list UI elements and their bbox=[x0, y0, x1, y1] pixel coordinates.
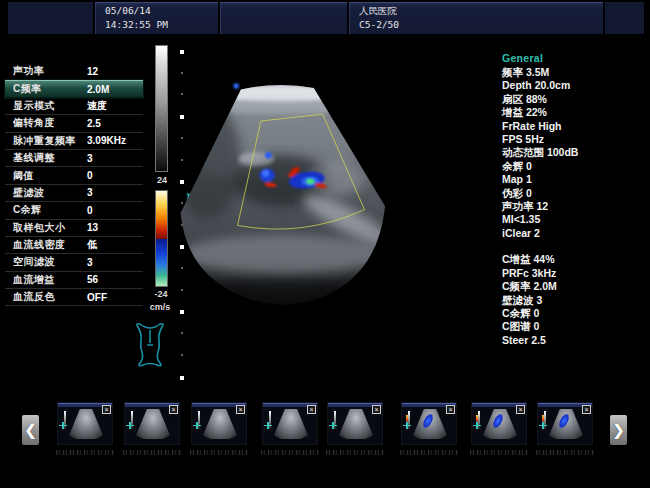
close-icon[interactable]: × bbox=[372, 405, 381, 414]
thumb-caption-noise bbox=[326, 450, 384, 455]
thumbnail-2[interactable]: × bbox=[192, 403, 246, 444]
thumb-ultrasound-image bbox=[69, 409, 103, 439]
close-icon[interactable]: × bbox=[582, 405, 591, 414]
param-label: 取样包大小 bbox=[13, 221, 87, 235]
sidebar-row-12[interactable]: 血流增益56 bbox=[5, 272, 143, 289]
close-icon[interactable]: × bbox=[169, 405, 178, 414]
thumbnail-4[interactable]: × bbox=[328, 403, 382, 444]
thumbnail-1[interactable]: × bbox=[125, 403, 179, 444]
info-line: 伪彩 0 bbox=[502, 187, 647, 200]
sidebar-row-8[interactable]: C余辉0 bbox=[5, 202, 143, 219]
thumb-marker-icon bbox=[473, 422, 481, 429]
ultrasound-image[interactable] bbox=[160, 38, 510, 388]
thumb-marker-icon bbox=[59, 422, 67, 429]
param-value: OFF bbox=[87, 292, 139, 303]
param-value: 低 bbox=[87, 238, 139, 252]
info-line: 增益 22% bbox=[502, 106, 647, 119]
thumb-caption-noise bbox=[190, 450, 248, 455]
thumb-ultrasound-image bbox=[136, 409, 170, 439]
info-line: FPS 5Hz bbox=[502, 133, 647, 146]
sidebar-row-2[interactable]: 显示模式速度 bbox=[5, 98, 143, 115]
thumb-ultrasound-image bbox=[274, 409, 308, 439]
info-line: Depth 20.0cm bbox=[502, 79, 647, 92]
param-label: 空间滤波 bbox=[13, 255, 87, 269]
thumb-ultrasound-image bbox=[203, 409, 237, 439]
close-icon[interactable]: × bbox=[236, 405, 245, 414]
close-icon[interactable]: × bbox=[446, 405, 455, 414]
info-line: 声功率 12 bbox=[502, 200, 647, 213]
info-line: 壁滤波 3 bbox=[502, 294, 647, 307]
param-label: C频率 bbox=[13, 82, 87, 96]
info-line: Steer 2.5 bbox=[502, 334, 647, 347]
sidebar-row-0[interactable]: 声功率12 bbox=[5, 63, 143, 80]
thumbnail-3[interactable]: × bbox=[263, 403, 317, 444]
hospital-block: 人民医院 C5-2/50 bbox=[349, 2, 603, 34]
info-line: 扇区 88% bbox=[502, 93, 647, 106]
close-icon[interactable]: × bbox=[516, 405, 525, 414]
ultrasound-app-screen: 05/06/14 14:32:55 PM 人民医院 C5-2/50 声功率12C… bbox=[0, 0, 650, 488]
info-line: C图谱 0 bbox=[502, 320, 647, 333]
sidebar-row-11[interactable]: 空间滤波3 bbox=[5, 254, 143, 271]
hospital-name: 人民医院 bbox=[359, 4, 603, 18]
sidebar-row-7[interactable]: 壁滤波3 bbox=[5, 185, 143, 202]
sidebar-row-6[interactable]: 阈值0 bbox=[5, 167, 143, 184]
chevron-left-icon: ❮ bbox=[24, 421, 37, 438]
thumbnail-7[interactable]: × bbox=[538, 403, 592, 444]
topbar-left-block bbox=[8, 2, 93, 34]
param-label: 血流线密度 bbox=[13, 238, 87, 252]
thumbnail-6[interactable]: × bbox=[472, 403, 526, 444]
param-value: 13 bbox=[87, 222, 139, 233]
sidebar-row-3[interactable]: 偏转角度2.5 bbox=[5, 115, 143, 132]
info-line: C余辉 0 bbox=[502, 307, 647, 320]
close-icon[interactable]: × bbox=[307, 405, 316, 414]
param-value: 3 bbox=[87, 187, 139, 198]
info-line: PRFc 3kHz bbox=[502, 267, 647, 280]
thumb-caption-noise bbox=[400, 450, 458, 455]
thumb-marker-icon bbox=[126, 422, 134, 429]
sidebar-row-13[interactable]: 血流反色OFF bbox=[5, 289, 143, 306]
thumb-marker-icon bbox=[193, 422, 201, 429]
next-thumbnails-button[interactable]: ❯ bbox=[610, 415, 627, 445]
prev-thumbnails-button[interactable]: ❮ bbox=[22, 415, 39, 445]
sidebar-row-4[interactable]: 脉冲重复频率3.09KHz bbox=[5, 133, 143, 150]
topbar-empty-block bbox=[220, 2, 347, 34]
info-line: 余辉 0 bbox=[502, 160, 647, 173]
thumbnail-5[interactable]: × bbox=[402, 403, 456, 444]
info-line: 动态范围 100dB bbox=[502, 146, 647, 159]
topbar-right-block bbox=[605, 2, 644, 34]
color-params: C增益 44%PRFc 3kHzC频率 2.0M壁滤波 3C余辉 0C图谱 0S… bbox=[502, 253, 647, 347]
thumb-caption-noise bbox=[536, 450, 594, 455]
date-text: 05/06/14 bbox=[105, 4, 218, 18]
sidebar-row-9[interactable]: 取样包大小13 bbox=[5, 220, 143, 237]
info-line: iClear 2 bbox=[502, 227, 647, 240]
param-label: 壁滤波 bbox=[13, 186, 87, 200]
thumbnail-0[interactable]: × bbox=[58, 403, 112, 444]
info-line: Map 1 bbox=[502, 173, 647, 186]
param-value: 0 bbox=[87, 170, 139, 181]
thumb-caption-noise bbox=[261, 450, 319, 455]
sidebar-row-5[interactable]: 基线调整3 bbox=[5, 150, 143, 167]
param-label: 声功率 bbox=[13, 64, 87, 78]
thumb-caption-noise bbox=[123, 450, 181, 455]
bmode-params: 频率 3.5MDepth 20.0cm扇区 88%增益 22%FrRate Hi… bbox=[502, 66, 647, 240]
param-label: 脉冲重复频率 bbox=[13, 134, 87, 148]
param-value: 0 bbox=[87, 205, 139, 216]
sidebar-row-10[interactable]: 血流线密度低 bbox=[5, 237, 143, 254]
sidebar-row-1[interactable]: C频率2.0M bbox=[5, 80, 143, 97]
thumb-marker-icon bbox=[403, 422, 411, 429]
thumb-caption-noise bbox=[470, 450, 528, 455]
probe-model: C5-2/50 bbox=[359, 18, 603, 32]
param-label: 偏转角度 bbox=[13, 116, 87, 130]
param-label: 血流反色 bbox=[13, 290, 87, 304]
param-value: 2.0M bbox=[87, 84, 139, 95]
param-value: 3 bbox=[87, 257, 139, 268]
info-line: C频率 2.0M bbox=[502, 280, 647, 293]
close-icon[interactable]: × bbox=[102, 405, 111, 414]
param-label: 阈值 bbox=[13, 169, 87, 183]
thumb-caption-noise bbox=[56, 450, 114, 455]
info-line: 频率 3.5M bbox=[502, 66, 647, 79]
focus-dot bbox=[233, 83, 238, 88]
parameter-sidebar: 声功率12C频率2.0M显示模式速度偏转角度2.5脉冲重复频率3.09KHz基线… bbox=[5, 63, 143, 306]
thumb-marker-icon bbox=[329, 422, 337, 429]
image-info-panel: General 频率 3.5MDepth 20.0cm扇区 88%增益 22%F… bbox=[502, 52, 647, 347]
